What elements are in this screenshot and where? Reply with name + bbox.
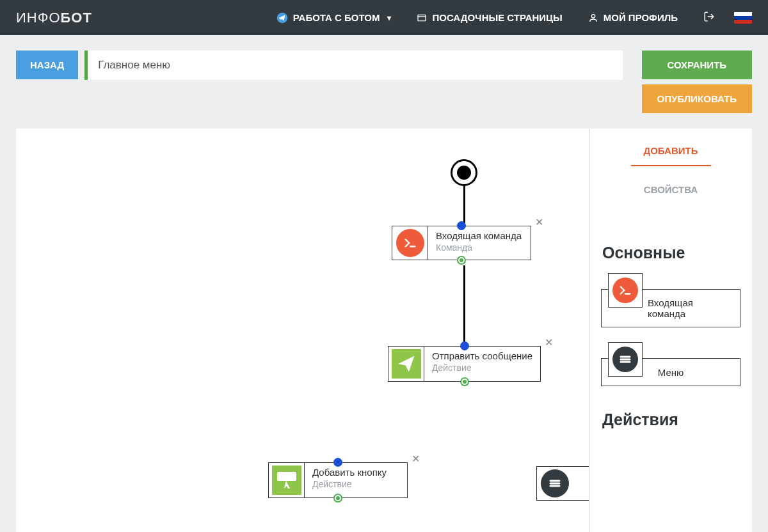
palette-menu[interactable]: Меню: [601, 358, 740, 386]
sidebar-panel: ДОБАВИТЬ СВОЙСТВА Основные Входящая кома…: [589, 129, 752, 532]
node-title: Добавить кнопку: [312, 467, 399, 478]
flow-canvas[interactable]: ✕ Входящая команда Команда ✕ Отправить с…: [16, 129, 589, 532]
send-icon: [388, 347, 424, 381]
svg-rect-1: [418, 15, 426, 20]
svg-rect-5: [277, 472, 296, 481]
start-node[interactable]: [451, 159, 477, 186]
node-subtitle: Команда: [436, 242, 523, 253]
menu-icon: [608, 342, 643, 377]
terminal-icon: [392, 226, 428, 260]
telegram-icon: [276, 12, 288, 24]
close-icon[interactable]: ✕: [412, 453, 420, 465]
nav-bot-dropdown[interactable]: РАБОТА С БОТОМ ▾: [264, 0, 404, 35]
node-partial[interactable]: [536, 466, 589, 501]
nav-landing-label: ПОСАДОЧНЫЕ СТРАНИЦЫ: [432, 12, 562, 23]
port-out[interactable]: [460, 377, 469, 386]
page-icon: [417, 13, 427, 23]
port-in[interactable]: [460, 341, 469, 350]
port-out[interactable]: [457, 256, 466, 265]
user-icon: [588, 13, 598, 23]
tab-properties[interactable]: СВОЙСТВА: [644, 179, 698, 200]
logo-bold: БОТ: [61, 10, 92, 26]
close-icon[interactable]: ✕: [545, 336, 553, 348]
port-in[interactable]: [333, 458, 342, 467]
node-subtitle: Действие: [432, 363, 532, 373]
svg-point-3: [591, 14, 595, 17]
palette-incoming-command[interactable]: Входящая команда: [601, 289, 740, 327]
app-header: ИНФОБОТ РАБОТА С БОТОМ ▾ ПОСАДОЧНЫЕ СТРА…: [0, 0, 768, 35]
caret-down-icon: ▾: [387, 13, 391, 22]
close-icon[interactable]: ✕: [535, 216, 543, 228]
language-flag-ru[interactable]: [734, 12, 752, 24]
button-icon: [269, 463, 305, 497]
toolbar: НАЗАД Главное меню СОХРАНИТЬ ОПУБЛИКОВАТ…: [0, 35, 768, 113]
nav-profile-label: МОЙ ПРОФИЛЬ: [604, 12, 678, 23]
port-out[interactable]: [333, 494, 342, 503]
page-title-input[interactable]: Главное меню: [84, 51, 622, 80]
nav-landing[interactable]: ПОСАДОЧНЫЕ СТРАНИЦЫ: [404, 0, 575, 35]
sidebar-tabs: ДОБАВИТЬ СВОЙСТВА: [589, 129, 752, 200]
port-in[interactable]: [457, 221, 466, 230]
nav-bot-label: РАБОТА С БОТОМ: [293, 12, 380, 23]
logo-thin: ИНФО: [16, 10, 61, 26]
section-title-actions: Действия: [589, 399, 752, 435]
node-title: Отправить сообщение: [432, 350, 532, 361]
node-title: Входящая команда: [436, 230, 523, 241]
node-subtitle: Действие: [312, 479, 399, 489]
publish-button[interactable]: ОПУБЛИКОВАТЬ: [642, 84, 752, 113]
nav: РАБОТА С БОТОМ ▾ ПОСАДОЧНЫЕ СТРАНИЦЫ МОЙ…: [264, 0, 752, 35]
flow-edge: [463, 265, 465, 348]
action-buttons: СОХРАНИТЬ ОПУБЛИКОВАТЬ: [642, 51, 752, 113]
menu-icon: [541, 469, 569, 497]
section-title-main: Основные: [589, 232, 752, 269]
nav-profile[interactable]: МОЙ ПРОФИЛЬ: [575, 0, 691, 35]
node-incoming-command[interactable]: ✕ Входящая команда Команда: [392, 226, 531, 260]
node-add-button[interactable]: ✕ Добавить кнопку Действие: [268, 462, 408, 498]
logout-button[interactable]: [691, 11, 728, 25]
logo: ИНФОБОТ: [16, 10, 92, 26]
main-area: ✕ Входящая команда Команда ✕ Отправить с…: [16, 129, 752, 532]
logout-icon: [703, 11, 715, 22]
node-send-message[interactable]: ✕ Отправить сообщение Действие: [388, 346, 541, 382]
save-button[interactable]: СОХРАНИТЬ: [642, 51, 752, 79]
back-button[interactable]: НАЗАД: [16, 51, 78, 79]
terminal-icon: [608, 273, 643, 308]
tab-add[interactable]: ДОБАВИТЬ: [644, 140, 698, 161]
